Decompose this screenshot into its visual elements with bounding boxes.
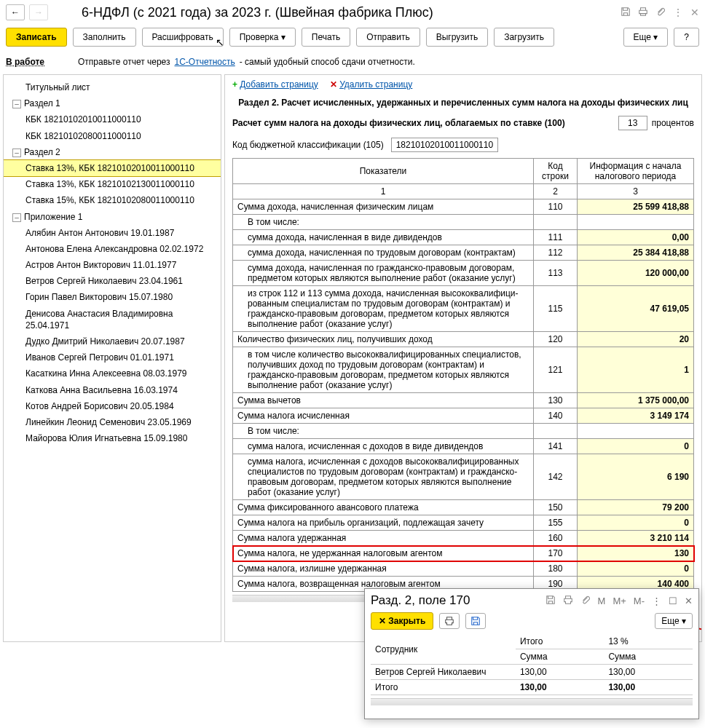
table-row[interactable]: Сумма фиксированного авансового платежа1… <box>233 500 694 515</box>
table-row[interactable]: В том числе: <box>233 215 694 230</box>
table-row[interactable]: сумма дохода, начисленная по трудовым до… <box>233 245 694 261</box>
popup-m-icon[interactable]: M <box>598 596 606 606</box>
table-row[interactable]: Сумма налога на прибыль организаций, под… <box>233 515 694 531</box>
cell-value[interactable] <box>578 215 694 230</box>
tree-item[interactable]: Горин Павел Викторович 15.07.1980 <box>4 289 221 305</box>
tree-item[interactable]: Касаткина Инна Алексеевна 08.03.1979 <box>4 365 221 381</box>
table-row[interactable]: Сумма налога, излишне удержанная1800 <box>233 561 694 577</box>
popup-close-button[interactable]: ✕ Закрыть <box>371 612 433 630</box>
popup-save-button[interactable] <box>465 613 486 629</box>
rasshifrovat-button[interactable]: Расшифровать <box>142 28 224 47</box>
tree-item[interactable]: –Раздел 2 <box>4 144 221 160</box>
cell-value[interactable]: 20 <box>578 332 694 347</box>
delete-page-link[interactable]: ✕ Удалить страницу <box>330 79 413 90</box>
cell-value[interactable]: 0,00 <box>578 230 694 245</box>
tree-item[interactable]: КБК 18210102080011000110 <box>4 128 221 144</box>
table-row[interactable]: сумма дохода, начисленная в виде дивиден… <box>233 230 694 245</box>
tree-toggle-icon[interactable]: – <box>12 100 21 108</box>
cell-value[interactable]: 25 384 418,88 <box>578 245 694 261</box>
table-row[interactable]: Сумма вычетов1301 375 000,00 <box>233 393 694 408</box>
cell-value[interactable]: 0 <box>578 515 694 531</box>
tree-item[interactable]: –Приложение 1 <box>4 209 221 225</box>
table-row[interactable]: В том числе: <box>233 424 694 439</box>
popup-row[interactable]: Ветров Сергей Николаевич 130,00 130,00 <box>371 665 693 680</box>
popup-scrollbar[interactable] <box>371 698 693 705</box>
cell-value[interactable]: 130 <box>578 546 694 561</box>
save-icon[interactable] <box>621 7 631 19</box>
pechat-button[interactable]: Печать <box>302 28 350 47</box>
popup-mplus-icon[interactable]: M+ <box>613 596 626 606</box>
cell-value[interactable]: 0 <box>578 439 694 454</box>
popup-maximize-icon[interactable]: ☐ <box>669 596 677 606</box>
cell-value[interactable]: 47 619,05 <box>578 286 694 332</box>
close-icon[interactable]: ✕ <box>690 7 699 18</box>
popup-mminus-icon[interactable]: M- <box>634 596 645 606</box>
table-row[interactable]: Сумма налога удержанная1603 210 114 <box>233 531 694 546</box>
popup-print-icon[interactable] <box>563 595 573 607</box>
table-row[interactable]: из строк 112 и 113 сумма дохода, начисле… <box>233 286 694 332</box>
popup-print-button[interactable] <box>439 613 460 629</box>
vygruzit-button[interactable]: Выгрузить <box>426 28 489 47</box>
tree-item[interactable]: Каткова Анна Васильевна 16.03.1974 <box>4 382 221 398</box>
popup-save-icon[interactable] <box>546 595 556 607</box>
status-label[interactable]: В работе <box>6 57 44 67</box>
cell-value[interactable]: 1 <box>578 347 694 393</box>
popup-attach-icon[interactable] <box>580 595 591 607</box>
cell-value[interactable]: 79 200 <box>578 500 694 515</box>
tree-item[interactable]: Иванов Сергей Петрович 01.01.1971 <box>4 349 221 365</box>
tree-item[interactable]: Алябин Антон Антонович 19.01.1987 <box>4 225 221 241</box>
tree-toggle-icon[interactable]: – <box>12 149 21 157</box>
tree-toggle-icon[interactable]: – <box>12 213 21 222</box>
cell-value[interactable]: 1 375 000,00 <box>578 393 694 408</box>
cell-value[interactable]: 120 000,00 <box>578 261 694 286</box>
more-icon[interactable]: ⋮ <box>673 7 683 18</box>
zapolnit-button[interactable]: Заполнить <box>73 28 136 47</box>
table-row[interactable]: сумма налога, исчисленная с доходов высо… <box>233 454 694 500</box>
nav-back-button[interactable]: ← <box>6 4 25 20</box>
popup-more-icon[interactable]: ⋮ <box>652 596 661 606</box>
section-tree[interactable]: Титульный лист–Раздел 1КБК 1821010201001… <box>3 74 221 642</box>
tree-item[interactable]: Ставка 13%, КБК 18210102010011000110 <box>4 160 221 176</box>
cell-value[interactable]: 0 <box>578 561 694 577</box>
tree-item[interactable]: КБК 18210102010011000110 <box>4 111 221 127</box>
tree-item[interactable]: Котов Андрей Борисович 20.05.1984 <box>4 398 221 414</box>
tree-item[interactable]: Ветров Сергей Николаевич 23.04.1961 <box>4 273 221 289</box>
kbk-input[interactable]: 18210102010011000110 <box>391 138 498 152</box>
table-row[interactable]: сумма налога, исчисленная с доходов в ви… <box>233 439 694 454</box>
cell-value[interactable]: 6 190 <box>578 454 694 500</box>
tree-item[interactable]: Денисова Анастасия Владимировна 25.04.19… <box>4 306 221 333</box>
tree-item[interactable]: Титульный лист <box>4 79 221 95</box>
zapisat-button[interactable]: Записать <box>6 28 67 47</box>
cell-value[interactable]: 3 149 174 <box>578 408 694 424</box>
table-row[interactable]: сумма дохода, начисленная по гражданско-… <box>233 261 694 286</box>
print-icon[interactable] <box>638 7 648 19</box>
table-row[interactable]: Сумма налога, не удержанная налоговым аг… <box>233 546 694 561</box>
tree-item[interactable]: Ставка 15%, КБК 18210102080011000110 <box>4 192 221 208</box>
table-row[interactable]: Количество физических лиц, получивших до… <box>233 332 694 347</box>
otpravit-button[interactable]: Отправить <box>356 28 420 47</box>
tree-item[interactable]: Дудко Дмитрий Николаевич 20.07.1987 <box>4 333 221 349</box>
tree-item[interactable]: –Раздел 1 <box>4 95 221 111</box>
tree-item[interactable]: Антонова Елена Александровна 02.02.1972 <box>4 241 221 257</box>
status-link[interactable]: 1С-Отчетность <box>175 57 235 67</box>
popup-eshche-button[interactable]: Еще ▾ <box>655 613 693 629</box>
proverka-button[interactable]: Проверка ▾ <box>229 28 296 47</box>
zagruzit-button[interactable]: Загрузить <box>494 28 554 47</box>
add-page-link[interactable]: + Добавить страницу <box>232 79 318 90</box>
cell-value[interactable] <box>578 424 694 439</box>
cell-value[interactable]: 25 599 418,88 <box>578 199 694 215</box>
tree-item[interactable]: Линейкин Леонид Семенович 23.05.1969 <box>4 414 221 430</box>
tree-item[interactable]: Майорова Юлия Игнатьевна 15.09.1980 <box>4 430 221 446</box>
eshche-button[interactable]: Еще ▾ <box>623 28 669 47</box>
attach-icon[interactable] <box>655 7 666 19</box>
nav-forward-button[interactable]: → <box>29 4 48 20</box>
help-button[interactable]: ? <box>674 28 699 47</box>
table-row[interactable]: Сумма дохода, начисленная физическим лиц… <box>233 199 694 215</box>
cell-value[interactable]: 3 210 114 <box>578 531 694 546</box>
popup-close-icon[interactable]: ✕ <box>685 596 693 606</box>
tree-item[interactable]: Астров Антон Викторович 11.01.1977 <box>4 257 221 273</box>
tree-item[interactable]: Ставка 13%, КБК 18210102130011000110 <box>4 176 221 192</box>
table-row[interactable]: в том числе количество высококвалифициро… <box>233 347 694 393</box>
rate-input[interactable]: 13 <box>618 116 647 130</box>
table-row[interactable]: Сумма налога исчисленная1403 149 174 <box>233 408 694 424</box>
